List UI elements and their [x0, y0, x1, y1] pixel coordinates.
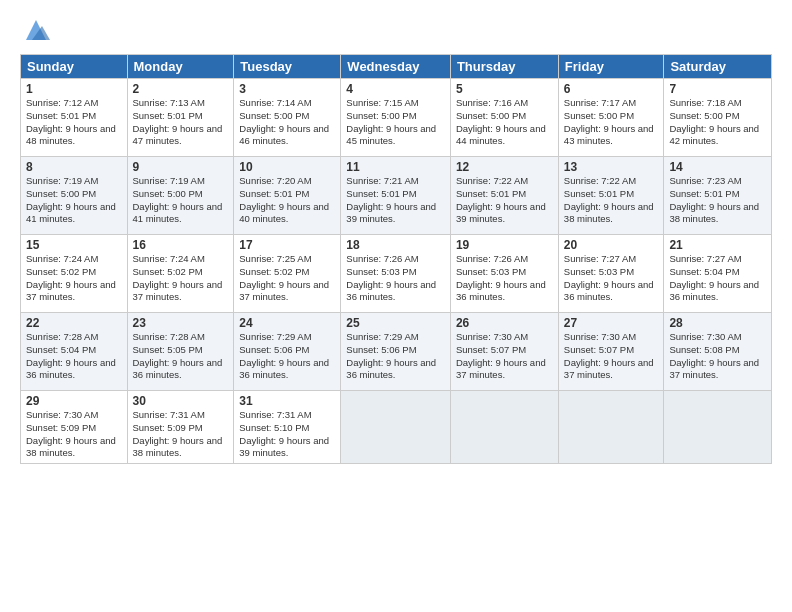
logo-icon — [22, 16, 50, 44]
day-number: 2 — [133, 82, 229, 96]
sunset-label: Sunset: 5:00 PM — [564, 110, 634, 121]
day-number: 7 — [669, 82, 766, 96]
calendar-cell: 28 Sunrise: 7:30 AM Sunset: 5:08 PM Dayl… — [664, 313, 772, 391]
daylight-label: Daylight: 9 hours and 37 minutes. — [239, 279, 329, 303]
sunrise-label: Sunrise: 7:28 AM — [26, 331, 98, 342]
sunrise-label: Sunrise: 7:18 AM — [669, 97, 741, 108]
sunset-label: Sunset: 5:07 PM — [456, 344, 526, 355]
sunrise-label: Sunrise: 7:20 AM — [239, 175, 311, 186]
sunrise-label: Sunrise: 7:19 AM — [133, 175, 205, 186]
daylight-label: Daylight: 9 hours and 42 minutes. — [669, 123, 759, 147]
sunrise-label: Sunrise: 7:27 AM — [564, 253, 636, 264]
sunset-label: Sunset: 5:01 PM — [564, 188, 634, 199]
day-header-saturday: Saturday — [664, 55, 772, 79]
day-number: 12 — [456, 160, 553, 174]
cell-content: Sunrise: 7:24 AM Sunset: 5:02 PM Dayligh… — [133, 253, 229, 304]
cell-content: Sunrise: 7:30 AM Sunset: 5:07 PM Dayligh… — [564, 331, 659, 382]
cell-content: Sunrise: 7:30 AM Sunset: 5:09 PM Dayligh… — [26, 409, 122, 460]
sunset-label: Sunset: 5:01 PM — [133, 110, 203, 121]
calendar-cell — [450, 391, 558, 464]
day-number: 8 — [26, 160, 122, 174]
cell-content: Sunrise: 7:28 AM Sunset: 5:04 PM Dayligh… — [26, 331, 122, 382]
calendar-cell: 17 Sunrise: 7:25 AM Sunset: 5:02 PM Dayl… — [234, 235, 341, 313]
sunset-label: Sunset: 5:08 PM — [669, 344, 739, 355]
daylight-label: Daylight: 9 hours and 36 minutes. — [456, 279, 546, 303]
calendar-cell: 4 Sunrise: 7:15 AM Sunset: 5:00 PM Dayli… — [341, 79, 451, 157]
day-number: 22 — [26, 316, 122, 330]
daylight-label: Daylight: 9 hours and 39 minutes. — [456, 201, 546, 225]
calendar-cell: 1 Sunrise: 7:12 AM Sunset: 5:01 PM Dayli… — [21, 79, 128, 157]
page: SundayMondayTuesdayWednesdayThursdayFrid… — [0, 0, 792, 612]
daylight-label: Daylight: 9 hours and 47 minutes. — [133, 123, 223, 147]
sunset-label: Sunset: 5:09 PM — [26, 422, 96, 433]
cell-content: Sunrise: 7:13 AM Sunset: 5:01 PM Dayligh… — [133, 97, 229, 148]
day-number: 18 — [346, 238, 445, 252]
cell-content: Sunrise: 7:22 AM Sunset: 5:01 PM Dayligh… — [456, 175, 553, 226]
sunset-label: Sunset: 5:00 PM — [346, 110, 416, 121]
daylight-label: Daylight: 9 hours and 45 minutes. — [346, 123, 436, 147]
sunrise-label: Sunrise: 7:22 AM — [456, 175, 528, 186]
daylight-label: Daylight: 9 hours and 36 minutes. — [346, 357, 436, 381]
sunrise-label: Sunrise: 7:13 AM — [133, 97, 205, 108]
day-number: 4 — [346, 82, 445, 96]
calendar-cell: 15 Sunrise: 7:24 AM Sunset: 5:02 PM Dayl… — [21, 235, 128, 313]
calendar-cell: 9 Sunrise: 7:19 AM Sunset: 5:00 PM Dayli… — [127, 157, 234, 235]
cell-content: Sunrise: 7:27 AM Sunset: 5:04 PM Dayligh… — [669, 253, 766, 304]
day-header-monday: Monday — [127, 55, 234, 79]
cell-content: Sunrise: 7:22 AM Sunset: 5:01 PM Dayligh… — [564, 175, 659, 226]
day-number: 24 — [239, 316, 335, 330]
calendar-table: SundayMondayTuesdayWednesdayThursdayFrid… — [20, 54, 772, 464]
sunset-label: Sunset: 5:01 PM — [456, 188, 526, 199]
daylight-label: Daylight: 9 hours and 37 minutes. — [456, 357, 546, 381]
daylight-label: Daylight: 9 hours and 37 minutes. — [564, 357, 654, 381]
day-header-wednesday: Wednesday — [341, 55, 451, 79]
day-number: 20 — [564, 238, 659, 252]
day-header-friday: Friday — [558, 55, 664, 79]
calendar-cell: 30 Sunrise: 7:31 AM Sunset: 5:09 PM Dayl… — [127, 391, 234, 464]
sunset-label: Sunset: 5:10 PM — [239, 422, 309, 433]
cell-content: Sunrise: 7:31 AM Sunset: 5:09 PM Dayligh… — [133, 409, 229, 460]
calendar-cell: 8 Sunrise: 7:19 AM Sunset: 5:00 PM Dayli… — [21, 157, 128, 235]
day-number: 27 — [564, 316, 659, 330]
day-number: 3 — [239, 82, 335, 96]
sunset-label: Sunset: 5:00 PM — [669, 110, 739, 121]
calendar-cell: 12 Sunrise: 7:22 AM Sunset: 5:01 PM Dayl… — [450, 157, 558, 235]
week-row-2: 8 Sunrise: 7:19 AM Sunset: 5:00 PM Dayli… — [21, 157, 772, 235]
day-header-sunday: Sunday — [21, 55, 128, 79]
sunset-label: Sunset: 5:09 PM — [133, 422, 203, 433]
day-number: 16 — [133, 238, 229, 252]
daylight-label: Daylight: 9 hours and 39 minutes. — [239, 435, 329, 459]
cell-content: Sunrise: 7:21 AM Sunset: 5:01 PM Dayligh… — [346, 175, 445, 226]
cell-content: Sunrise: 7:17 AM Sunset: 5:00 PM Dayligh… — [564, 97, 659, 148]
cell-content: Sunrise: 7:27 AM Sunset: 5:03 PM Dayligh… — [564, 253, 659, 304]
cell-content: Sunrise: 7:20 AM Sunset: 5:01 PM Dayligh… — [239, 175, 335, 226]
day-header-tuesday: Tuesday — [234, 55, 341, 79]
sunrise-label: Sunrise: 7:16 AM — [456, 97, 528, 108]
cell-content: Sunrise: 7:30 AM Sunset: 5:08 PM Dayligh… — [669, 331, 766, 382]
sunset-label: Sunset: 5:03 PM — [564, 266, 634, 277]
cell-content: Sunrise: 7:16 AM Sunset: 5:00 PM Dayligh… — [456, 97, 553, 148]
calendar-cell: 26 Sunrise: 7:30 AM Sunset: 5:07 PM Dayl… — [450, 313, 558, 391]
cell-content: Sunrise: 7:31 AM Sunset: 5:10 PM Dayligh… — [239, 409, 335, 460]
sunset-label: Sunset: 5:06 PM — [346, 344, 416, 355]
sunrise-label: Sunrise: 7:30 AM — [564, 331, 636, 342]
daylight-label: Daylight: 9 hours and 38 minutes. — [26, 435, 116, 459]
calendar-cell: 3 Sunrise: 7:14 AM Sunset: 5:00 PM Dayli… — [234, 79, 341, 157]
sunset-label: Sunset: 5:07 PM — [564, 344, 634, 355]
daylight-label: Daylight: 9 hours and 44 minutes. — [456, 123, 546, 147]
daylight-label: Daylight: 9 hours and 36 minutes. — [669, 279, 759, 303]
sunset-label: Sunset: 5:04 PM — [26, 344, 96, 355]
sunrise-label: Sunrise: 7:15 AM — [346, 97, 418, 108]
cell-content: Sunrise: 7:15 AM Sunset: 5:00 PM Dayligh… — [346, 97, 445, 148]
sunrise-label: Sunrise: 7:22 AM — [564, 175, 636, 186]
sunset-label: Sunset: 5:00 PM — [133, 188, 203, 199]
calendar-cell — [664, 391, 772, 464]
calendar-cell: 5 Sunrise: 7:16 AM Sunset: 5:00 PM Dayli… — [450, 79, 558, 157]
daylight-label: Daylight: 9 hours and 36 minutes. — [26, 357, 116, 381]
day-number: 15 — [26, 238, 122, 252]
calendar-cell — [341, 391, 451, 464]
sunset-label: Sunset: 5:02 PM — [26, 266, 96, 277]
day-number: 11 — [346, 160, 445, 174]
daylight-label: Daylight: 9 hours and 37 minutes. — [669, 357, 759, 381]
sunset-label: Sunset: 5:06 PM — [239, 344, 309, 355]
